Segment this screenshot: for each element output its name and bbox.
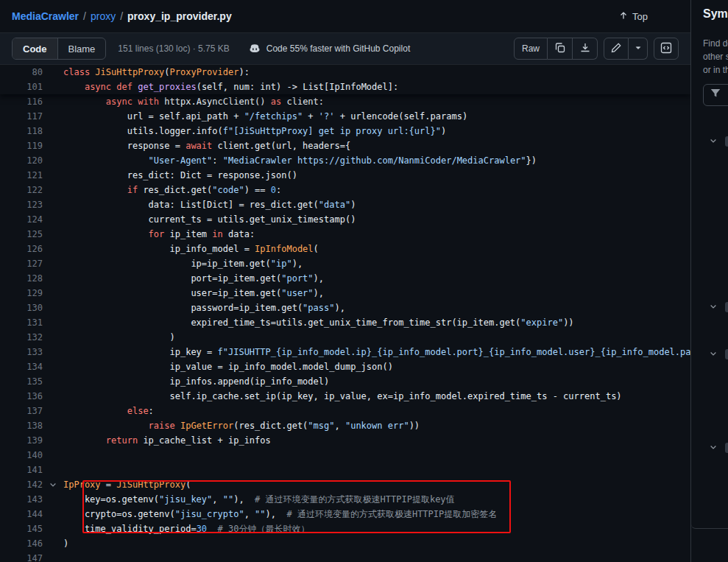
line-number[interactable]: 125 (0, 227, 43, 242)
line-number[interactable]: 141 (0, 463, 43, 477)
symbols-panel-title: Symbols (703, 7, 728, 21)
code-text: raise IpGetError(res_dict.get("msg", "un… (63, 418, 690, 433)
collapse-toggle-icon[interactable] (43, 477, 63, 492)
symbols-panel-toggle-button[interactable] (654, 38, 679, 60)
file-meta: 151 lines (130 loc) · 5.75 KB (118, 43, 229, 54)
line-number[interactable]: 142 (0, 477, 43, 492)
code-line: 126 ip_info_model = IpInfoModel( (0, 242, 690, 256)
code-line: 124 current_ts = utils.get_unix_timestam… (0, 212, 690, 227)
code-text: self.ip_cache.set_ip(ip_key, ip_value, e… (63, 389, 690, 404)
symbols-panel-description: Find definitions and references for func… (703, 37, 728, 77)
line-number[interactable]: 116 (0, 94, 43, 109)
line-number[interactable]: 123 (0, 197, 43, 212)
line-number[interactable]: 140 (0, 448, 43, 463)
line-number[interactable]: 131 (0, 315, 43, 330)
code-text: ip_key = f"JISUHTTP_{ip_info_model.ip}_{… (63, 345, 690, 359)
breadcrumb-separator: / (120, 10, 123, 22)
code-text: url = self.api_path + "/fetchips" + '?' … (63, 109, 690, 124)
symbol-tree-row[interactable] (709, 348, 728, 360)
collapse-slot (43, 404, 63, 418)
breadcrumb-folder-link[interactable]: proxy (91, 10, 116, 22)
code-line: 118 utils.logger.info(f"[JiSuHttpProxy] … (0, 124, 690, 138)
code-text: async with httpx.AsyncClient() as client… (63, 94, 690, 109)
line-number[interactable]: 122 (0, 183, 43, 197)
back-to-top-button[interactable]: Top (618, 10, 648, 23)
code-text: port=ip_item.get("port"), (63, 271, 690, 286)
line-number[interactable]: 132 (0, 330, 43, 345)
line-number[interactable]: 129 (0, 286, 43, 301)
line-number[interactable]: 127 (0, 256, 43, 271)
chevron-down-icon (709, 301, 718, 314)
symbol-tree-row[interactable] (709, 301, 728, 313)
line-number[interactable]: 147 (0, 551, 43, 562)
line-number[interactable]: 135 (0, 374, 43, 389)
breadcrumb-row: MediaCrawler / proxy / proxy_ip_provider… (0, 0, 690, 32)
download-raw-button[interactable] (573, 38, 598, 60)
line-number[interactable]: 139 (0, 433, 43, 448)
code-tab[interactable]: Code (13, 38, 58, 59)
edit-file-button[interactable] (604, 38, 629, 60)
line-number[interactable]: 121 (0, 168, 43, 183)
symbol-name-stub (725, 349, 728, 359)
line-number[interactable]: 130 (0, 301, 43, 315)
breadcrumb-repo-link[interactable]: MediaCrawler (12, 10, 79, 22)
collapse-slot (43, 286, 63, 301)
code-line: 143 key=os.getenv("jisu_key", ""), # 通过环… (0, 492, 690, 507)
symbol-name-stub (725, 302, 728, 312)
line-number[interactable]: 137 (0, 404, 43, 418)
line-number[interactable]: 117 (0, 109, 43, 124)
collapse-slot (43, 521, 63, 536)
line-number[interactable]: 145 (0, 521, 43, 536)
collapse-slot (43, 183, 63, 197)
edit-dropdown-button[interactable] (629, 38, 648, 60)
line-number[interactable]: 136 (0, 389, 43, 404)
code-text: crypto=os.getenv("jisu_crypto", ""), # 通… (63, 507, 690, 521)
line-number[interactable]: 124 (0, 212, 43, 227)
symbols-filter-box (703, 84, 728, 106)
breadcrumb-separator: / (83, 10, 86, 22)
line-number[interactable]: 120 (0, 153, 43, 168)
code-line: 123 data: List[Dict] = res_dict.get("dat… (0, 197, 690, 212)
collapse-slot (43, 271, 63, 286)
chevron-down-icon (709, 441, 718, 454)
collapse-slot (43, 536, 63, 551)
code-text: password=ip_item.get("pass"), (63, 301, 690, 315)
symbol-tree-row[interactable] (709, 442, 728, 454)
code-line: 127 ip=ip_item.get("ip"), (0, 256, 690, 271)
code-lines: 116 async with httpx.AsyncClient() as cl… (0, 94, 690, 562)
line-number[interactable]: 119 (0, 138, 43, 153)
symbol-tree-row[interactable] (709, 136, 728, 147)
code-line: 146) (0, 536, 690, 551)
collapse-slot (43, 153, 63, 168)
code-text: ip_value = ip_info_model.model_dump_json… (63, 359, 690, 374)
line-number[interactable]: 138 (0, 418, 43, 433)
symbols-panel-card: Symbols Find definitions and references … (691, 0, 728, 529)
line-number[interactable]: 80 (0, 65, 43, 80)
line-number[interactable]: 118 (0, 124, 43, 138)
code-text: data: List[Dict] = res_dict.get("data") (63, 197, 690, 212)
collapse-slot (43, 433, 63, 448)
code-line: 138 raise IpGetError(res_dict.get("msg",… (0, 418, 690, 433)
line-number[interactable]: 144 (0, 507, 43, 521)
copilot-icon (249, 42, 261, 56)
copilot-banner[interactable]: Code 55% faster with GitHub Copilot (249, 42, 410, 56)
blame-tab[interactable]: Blame (58, 38, 106, 59)
line-number[interactable]: 133 (0, 345, 43, 359)
line-number[interactable]: 128 (0, 271, 43, 286)
code-text: ) (63, 330, 690, 345)
code-line: 144 crypto=os.getenv("jisu_crypto", ""),… (0, 507, 690, 521)
line-number[interactable]: 134 (0, 359, 43, 374)
line-number[interactable]: 143 (0, 492, 43, 507)
code-line: 135 ip_infos.append(ip_info_model) (0, 374, 690, 389)
line-number[interactable]: 146 (0, 536, 43, 551)
symbol-name-stub (725, 136, 728, 147)
raw-button[interactable]: Raw (514, 38, 548, 60)
line-number[interactable]: 126 (0, 242, 43, 256)
copy-raw-button[interactable] (548, 38, 573, 60)
collapse-slot (43, 109, 63, 124)
line-number[interactable]: 101 (0, 80, 43, 94)
symbols-panel: Symbols Find definitions and references … (690, 0, 728, 562)
code-line: 136 self.ip_cache.set_ip(ip_key, ip_valu… (0, 389, 690, 404)
caret-down-icon (635, 43, 642, 54)
code-line: 119 response = await client.get(url, hea… (0, 138, 690, 153)
